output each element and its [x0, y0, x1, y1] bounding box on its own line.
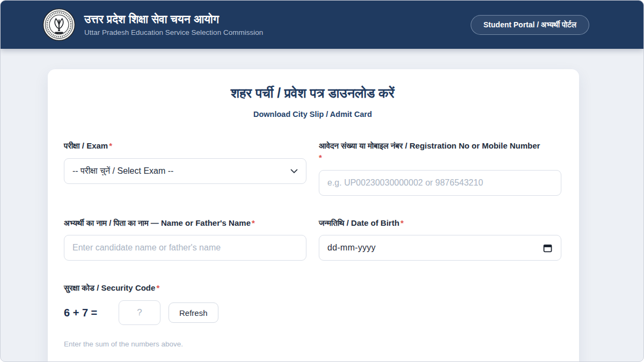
- org-name-english: Uttar Pradesh Education Service Selectio…: [84, 28, 263, 36]
- dob-label-text: जन्मतिथि / Date of Birth: [319, 218, 399, 227]
- browser-viewport: उत्तर प्रदेश शिक्षा सेवा चयन आयोग Uttar …: [0, 0, 644, 362]
- field-name: अभ्यर्थी का नाम / पिता का नाम — Name or …: [64, 217, 306, 261]
- registration-required-asterisk: *: [319, 152, 561, 164]
- security-label: सुरक्षा कोड / Security Code*: [64, 282, 561, 294]
- app-header: उत्तर प्रदेश शिक्षा सेवा चयन आयोग Uttar …: [1, 1, 643, 49]
- candidate-name-input[interactable]: [64, 235, 306, 261]
- exam-label-text: परीक्षा / Exam: [64, 141, 108, 150]
- name-required-asterisk: *: [252, 218, 255, 227]
- field-exam: परीक्षा / Exam* -- परीक्षा चुनें / Selec…: [64, 140, 306, 196]
- form-grid: परीक्षा / Exam* -- परीक्षा चुनें / Selec…: [64, 140, 561, 348]
- refresh-captcha-button[interactable]: Refresh: [169, 302, 218, 323]
- calendar-icon[interactable]: [543, 243, 553, 253]
- download-admit-card-panel: शहर पर्ची / प्रवेश पत्र डाउनलोड करें Dow…: [48, 69, 579, 362]
- exam-select[interactable]: -- परीक्षा चुनें / Select Exam --: [64, 158, 306, 184]
- student-portal-button[interactable]: Student Portal / अभ्यर्थी पोर्टल: [471, 15, 589, 35]
- field-registration: आवेदन संख्या या मोबाइल नंबर / Registrati…: [319, 140, 561, 196]
- field-security-code: सुरक्षा कोड / Security Code* 6 + 7 = Ref…: [64, 282, 561, 348]
- registration-label: आवेदन संख्या या मोबाइल नंबर / Registrati…: [319, 140, 561, 164]
- name-label-text: अभ्यर्थी का नाम / पिता का नाम — Name or …: [64, 218, 251, 227]
- registration-input[interactable]: [319, 170, 561, 196]
- captcha-row: 6 + 7 = Refresh: [64, 300, 561, 325]
- page-body: शहर पर्ची / प्रवेश पत्र डाउनलोड करें Dow…: [1, 69, 643, 362]
- field-dob: जन्मतिथि / Date of Birth* dd-mm-yyyy: [319, 217, 561, 261]
- registration-label-text: आवेदन संख्या या मोबाइल नंबर / Registrati…: [319, 141, 540, 150]
- dob-label: जन्मतिथि / Date of Birth*: [319, 217, 561, 229]
- captcha-question: 6 + 7 =: [64, 307, 106, 319]
- card-title-hindi: शहर पर्ची / प्रवेश पत्र डाउनलोड करें: [64, 85, 561, 101]
- dob-date-input[interactable]: dd-mm-yyyy: [319, 235, 561, 261]
- dob-required-asterisk: *: [400, 218, 404, 227]
- dob-value: dd-mm-yyyy: [327, 243, 376, 253]
- captcha-answer-input[interactable]: [119, 300, 160, 325]
- exam-required-asterisk: *: [109, 141, 112, 150]
- security-required-asterisk: *: [156, 283, 159, 292]
- name-label: अभ्यर्थी का नाम / पिता का नाम — Name or …: [64, 217, 306, 229]
- exam-select-wrap: -- परीक्षा चुनें / Select Exam --: [64, 158, 306, 184]
- security-label-text: सुरक्षा कोड / Security Code: [64, 283, 155, 292]
- brand-text: उत्तर प्रदेश शिक्षा सेवा चयन आयोग Uttar …: [84, 13, 263, 36]
- exam-label: परीक्षा / Exam*: [64, 140, 306, 152]
- upessc-logo-seal-icon: [42, 8, 76, 41]
- org-name-hindi: उत्तर प्रदेश शिक्षा सेवा चयन आयोग: [84, 13, 263, 26]
- card-title-english: Download City Slip / Admit Card: [64, 110, 561, 119]
- captcha-helper-text: Enter the sum of the numbers above.: [64, 340, 561, 348]
- brand: उत्तर प्रदेश शिक्षा सेवा चयन आयोग Uttar …: [42, 8, 263, 41]
